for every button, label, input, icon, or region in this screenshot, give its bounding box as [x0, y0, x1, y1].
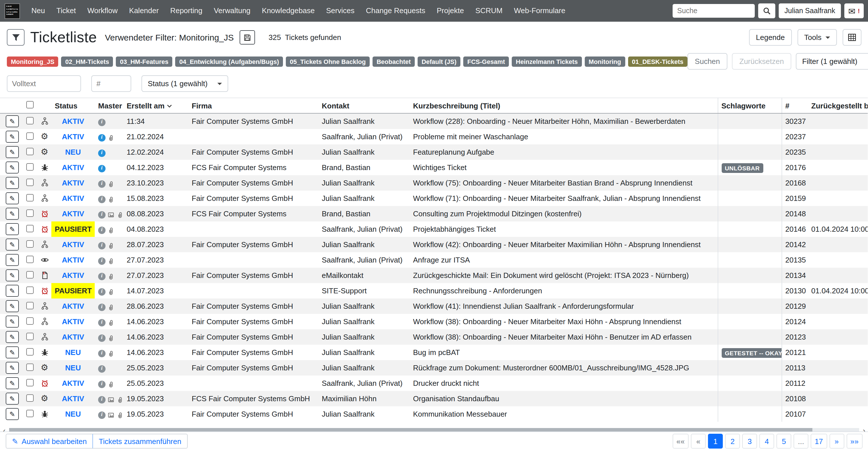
schlagworte-column-header[interactable]: Schlagworte	[718, 98, 782, 113]
info-icon[interactable]: i	[98, 334, 105, 341]
page-button-5[interactable]: 5	[776, 434, 791, 449]
ticket-title[interactable]: Rückfrage zum Dokument: Musterordner 600…	[410, 360, 718, 376]
nummer-column-header[interactable]: #	[782, 98, 808, 113]
ticket-title[interactable]: Kommunikation Messebauer	[410, 406, 718, 422]
fcs-logo[interactable]: FAIRCOMPUTERSYSTEMSGMBH	[5, 3, 20, 19]
row-checkbox[interactable]	[26, 148, 34, 155]
select-all-checkbox[interactable]	[26, 101, 34, 109]
nav-item-projekte[interactable]: Projekte	[431, 0, 469, 22]
nav-item-verwaltung[interactable]: Verwaltung	[208, 0, 256, 22]
ticket-title[interactable]: Workflow (38): Onboarding - Neuer Mitarb…	[410, 314, 718, 329]
filter-tag-04-entwicklung-aufgaben-bugs[interactable]: 04_Entwicklung (Aufgaben/Bugs)	[175, 56, 283, 66]
edit-ticket-button[interactable]: ✎	[6, 393, 19, 404]
ticket-status-link[interactable]: NEU	[65, 148, 81, 156]
ticketnumber-input[interactable]	[91, 75, 131, 92]
page-button-prev[interactable]: «	[691, 434, 706, 449]
page-button-3[interactable]: 3	[742, 434, 757, 449]
filter-tag-05-tickets-ohne-backlog[interactable]: 05_Tickets Ohne Backlog	[286, 56, 370, 66]
kontakt-column-header[interactable]: Kontakt	[318, 98, 410, 113]
edit-ticket-button[interactable]: ✎	[6, 316, 19, 328]
filter-tag-02-hm-tickets[interactable]: 02_HM-Tickets	[61, 56, 113, 66]
ticket-status-link[interactable]: AKTIV	[62, 194, 84, 203]
row-checkbox[interactable]	[26, 256, 34, 263]
ticket-title[interactable]: Workflow (228): Onboarding - Neuer Mitar…	[410, 113, 718, 129]
ticket-status-link[interactable]: AKTIV	[62, 271, 84, 280]
info-icon[interactable]: i	[98, 257, 105, 265]
page-button-17[interactable]: 17	[811, 434, 827, 449]
row-checkbox[interactable]	[26, 394, 34, 401]
ticket-title[interactable]: Anfrage zur ITSA	[410, 252, 718, 268]
filter-tag-beobachtet[interactable]: Beobachtet	[373, 56, 415, 66]
ticket-status-link[interactable]: AKTIV	[62, 209, 84, 218]
ticket-status-link[interactable]: PAUSIERT	[55, 287, 92, 295]
filter-toggle-button[interactable]	[7, 29, 25, 46]
info-icon[interactable]: i	[98, 350, 105, 357]
edit-ticket-button[interactable]: ✎	[6, 146, 19, 158]
global-search-input[interactable]	[673, 4, 755, 18]
erstellt-column-header[interactable]: Erstellt am	[123, 98, 188, 113]
edit-ticket-button[interactable]: ✎	[6, 269, 19, 281]
ticket-status-link[interactable]: AKTIV	[62, 256, 84, 264]
info-icon[interactable]: i	[98, 164, 105, 172]
info-icon[interactable]: i	[98, 149, 105, 157]
ticket-title[interactable]: Consulting zum Projektmodul Ditzingen (k…	[410, 206, 718, 221]
edit-ticket-button[interactable]: ✎	[6, 347, 19, 358]
ticket-title[interactable]: Projektabhängiges Ticket	[410, 221, 718, 237]
edit-ticket-button[interactable]: ✎	[6, 239, 19, 250]
edit-ticket-button[interactable]: ✎	[6, 223, 19, 235]
edit-ticket-button[interactable]: ✎	[6, 208, 19, 220]
global-search-button[interactable]	[758, 3, 775, 18]
ticket-status-link[interactable]: NEU	[65, 410, 81, 418]
edit-ticket-button[interactable]: ✎	[6, 254, 19, 266]
firma-column-header[interactable]: Firma	[188, 98, 318, 113]
info-icon[interactable]: i	[98, 365, 105, 372]
ticket-title[interactable]: Rechnungsschreibung - Anforderungen	[410, 283, 718, 298]
ticket-status-link[interactable]: AKTIV	[62, 132, 84, 141]
row-checkbox[interactable]	[26, 178, 34, 186]
info-icon[interactable]: i	[98, 211, 105, 218]
edit-ticket-button[interactable]: ✎	[6, 192, 19, 204]
row-checkbox[interactable]	[26, 271, 34, 278]
info-icon[interactable]: i	[98, 411, 105, 419]
filter-select[interactable]: Filter (1 gewählt)	[796, 53, 868, 70]
edit-ticket-button[interactable]: ✎	[6, 177, 19, 189]
row-checkbox[interactable]	[26, 132, 34, 140]
row-checkbox[interactable]	[26, 194, 34, 201]
ticket-status-link[interactable]: AKTIV	[62, 379, 84, 388]
info-icon[interactable]: i	[98, 134, 105, 141]
ticket-title[interactable]: Workflow (38): Onboarding - Neuer Mitarb…	[410, 329, 718, 345]
row-checkbox[interactable]	[26, 363, 34, 371]
nav-item-ticket[interactable]: Ticket	[51, 0, 82, 22]
zurueckgestellt-column-header[interactable]: Zurückgestellt bis	[808, 98, 868, 113]
filter-tag-03-hm-features[interactable]: 03_HM-Features	[116, 56, 172, 66]
ticket-title[interactable]: Workflow (71): Onboarding - Neuer Mitarb…	[410, 190, 718, 206]
edit-ticket-button[interactable]: ✎	[6, 408, 19, 420]
ticket-title[interactable]: Workflow (41): Innendienst Julian Saalfr…	[410, 298, 718, 314]
ticket-status-link[interactable]: AKTIV	[62, 394, 84, 403]
ticket-title[interactable]: Drucker druckt nicht	[410, 376, 718, 391]
row-checkbox[interactable]	[26, 302, 34, 309]
nav-item-knowledgebase[interactable]: Knowledgebase	[256, 0, 320, 22]
page-button-4[interactable]: 4	[759, 434, 774, 449]
ticket-title[interactable]: Workflow (75): Onboarding - Neuer Mitarb…	[410, 175, 718, 190]
auswahl-bearbeiten-button[interactable]: ✎ Auswahl bearbeiten	[6, 434, 93, 449]
info-icon[interactable]: i	[98, 288, 105, 295]
info-icon[interactable]: i	[98, 396, 105, 403]
page-button-nextnext[interactable]: »»	[846, 434, 863, 449]
filter-tag-default-js[interactable]: Default (JS)	[417, 56, 460, 66]
ticket-status-link[interactable]: AKTIV	[62, 333, 84, 341]
ticket-status-link[interactable]: PAUSIERT	[55, 225, 92, 233]
mail-button[interactable]: ✉!	[844, 3, 864, 18]
nav-item-scrum[interactable]: SCRUM	[469, 0, 508, 22]
volltext-input[interactable]	[7, 75, 81, 92]
row-checkbox[interactable]	[26, 163, 34, 170]
ticket-status-link[interactable]: AKTIV	[62, 317, 84, 326]
ticket-status-link[interactable]: AKTIV	[62, 240, 84, 249]
ticket-title[interactable]: Organisation Standaufbau	[410, 391, 718, 406]
info-icon[interactable]: i	[98, 118, 105, 126]
row-checkbox[interactable]	[26, 317, 34, 325]
nav-item-web-formulare[interactable]: Web-Formulare	[508, 0, 571, 22]
status-select[interactable]: Status (1 gewählt)	[142, 75, 228, 92]
edit-ticket-button[interactable]: ✎	[6, 161, 19, 174]
suchen-button[interactable]: Suchen	[687, 53, 727, 70]
